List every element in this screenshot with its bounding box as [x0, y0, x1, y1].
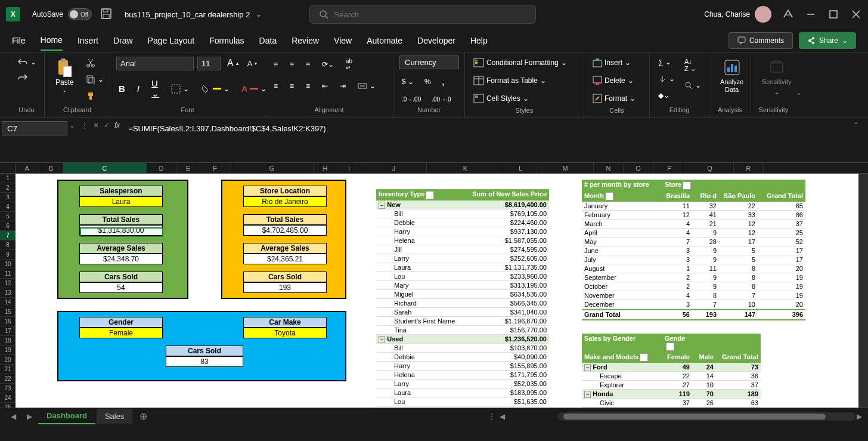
save-icon[interactable]: [101, 8, 113, 20]
row-header-9[interactable]: 9: [0, 250, 16, 260]
column-header-N[interactable]: N: [594, 163, 624, 173]
column-header-J[interactable]: J: [361, 163, 427, 173]
orientation-button[interactable]: ⟳⌄: [320, 55, 336, 73]
pivot2-row[interactable]: October29819: [582, 282, 805, 291]
paste-button[interactable]: Paste⌄: [51, 55, 79, 95]
column-header-Q[interactable]: Q: [686, 163, 734, 173]
row-header-18[interactable]: 18: [0, 336, 16, 346]
pivot2-h1[interactable]: Month▾: [582, 191, 662, 202]
row-header-24[interactable]: 24: [0, 393, 16, 403]
clear-button[interactable]: ◆⌄: [656, 89, 677, 102]
row-header-8[interactable]: 8: [0, 240, 16, 250]
decrease-decimal-button[interactable]: .00→.0: [429, 94, 453, 105]
column-header-L[interactable]: L: [504, 163, 537, 173]
dropdown-icon[interactable]: ▾: [666, 343, 674, 351]
chevron-down-icon[interactable]: ⌄: [256, 10, 262, 18]
pivot1-row[interactable]: Bill$103,870.00: [376, 344, 549, 353]
row-header-17[interactable]: 17: [0, 326, 16, 336]
row-header-6[interactable]: 6: [0, 221, 16, 231]
italic-button[interactable]: I: [135, 81, 142, 96]
merge-button[interactable]: ⌄: [355, 79, 378, 92]
mode-icon[interactable]: [782, 8, 794, 20]
pivot2-row[interactable]: June39517: [582, 246, 805, 255]
row-header-22[interactable]: 22: [0, 374, 16, 384]
pivot2-store[interactable]: Store▾: [662, 180, 695, 191]
pivot1-h1[interactable]: Inventory Type▾: [376, 189, 460, 201]
pivot1-row[interactable]: Laura$183,095.00: [376, 388, 549, 397]
column-header-P[interactable]: P: [653, 163, 686, 173]
share-button[interactable]: Share ⌄: [799, 32, 856, 49]
align-bottom-button[interactable]: ≡: [303, 55, 312, 73]
row-header-13[interactable]: 13: [0, 288, 16, 298]
column-header-G[interactable]: G: [230, 163, 314, 173]
fx-icon[interactable]: fx: [114, 121, 120, 129]
font-size-select[interactable]: [197, 57, 221, 70]
pivot1-row[interactable]: Larry$52,035.00: [376, 380, 549, 388]
horizontal-scrollbar[interactable]: [557, 412, 855, 421]
menu-insert[interactable]: Insert: [78, 31, 98, 50]
menu-file[interactable]: File: [12, 31, 26, 50]
row-header-12[interactable]: 12: [0, 279, 16, 288]
menu-draw[interactable]: Draw: [113, 31, 133, 50]
vertical-scrollbar[interactable]: [858, 174, 868, 408]
column-header-M[interactable]: M: [537, 163, 594, 173]
menu-page-layout[interactable]: Page Layout: [148, 31, 195, 50]
pivot2-row[interactable]: February12413386: [582, 211, 805, 220]
row-header-23[interactable]: 23: [0, 384, 16, 393]
user-info[interactable]: Chua, Charise: [704, 6, 771, 23]
pivot3-row[interactable]: −Honda11970189: [582, 390, 761, 399]
menu-formulas[interactable]: Formulas: [209, 31, 244, 50]
undo-button[interactable]: ⌄: [15, 55, 39, 69]
sheet-tab-sales[interactable]: Sales: [97, 409, 133, 424]
search-input[interactable]: [334, 10, 526, 19]
decrease-font-button[interactable]: A▾: [245, 57, 260, 70]
column-header-C[interactable]: C: [63, 163, 147, 173]
expand-formula-icon[interactable]: ⌃: [853, 121, 859, 129]
increase-font-button[interactable]: A▴: [225, 55, 241, 71]
pivot3-gender[interactable]: Gende▾: [662, 334, 695, 352]
pivot1-row[interactable]: Lou$233,960.00: [376, 272, 549, 281]
number-format-select[interactable]: [399, 55, 459, 69]
collapse-ribbon-icon[interactable]: ⌄: [796, 88, 802, 97]
analyze-data-button[interactable]: Analyze Data: [715, 55, 748, 97]
menu-review[interactable]: Review: [292, 31, 319, 50]
pivot1-row[interactable]: Richard$566,345.00: [376, 299, 549, 308]
row-header-10[interactable]: 10: [0, 260, 16, 269]
maximize-icon[interactable]: [827, 8, 839, 20]
autosave-toggle[interactable]: AutoSave Off: [32, 8, 92, 20]
pivot1-row[interactable]: Mary$313,195.00: [376, 281, 549, 290]
enter-formula-icon[interactable]: ✓: [104, 121, 110, 129]
pivot2-row[interactable]: November48719: [582, 291, 805, 300]
redo-button[interactable]: [15, 71, 39, 84]
pivot2-row[interactable]: December371020: [582, 300, 805, 309]
column-header-F[interactable]: F: [200, 163, 230, 173]
cut-button[interactable]: [83, 55, 106, 70]
pivot1-row[interactable]: Helena$1,587,055.00: [376, 236, 549, 245]
comma-button[interactable]: ,: [439, 73, 447, 90]
align-top-button[interactable]: ≡: [271, 55, 280, 73]
pivot1-row[interactable]: Student's First Name$1,196,870.00: [376, 317, 549, 326]
hscroll-right-icon[interactable]: ▶: [857, 412, 862, 421]
row-header-1[interactable]: 1: [0, 174, 16, 183]
insert-cells-button[interactable]: Insert ⌄: [590, 55, 638, 70]
borders-button[interactable]: ⌄: [169, 82, 191, 96]
bold-button[interactable]: B: [116, 81, 128, 96]
column-header-R[interactable]: R: [734, 163, 764, 173]
select-all-corner[interactable]: [0, 163, 16, 173]
menu-help[interactable]: Help: [470, 31, 488, 50]
menu-automate[interactable]: Automate: [367, 31, 402, 50]
tab-prev-icon[interactable]: ◀: [6, 412, 21, 421]
row-header-16[interactable]: 16: [0, 317, 16, 326]
pivot1-row[interactable]: Miguel$634,535.00: [376, 290, 549, 299]
formula-input[interactable]: [126, 121, 603, 135]
align-left-button[interactable]: ≡: [271, 79, 280, 92]
pivot2-row[interactable]: March4211237: [582, 220, 805, 229]
menu-data[interactable]: Data: [259, 31, 277, 50]
sum-button[interactable]: ∑ ⌄: [656, 55, 677, 69]
pivot1-row[interactable]: Harry$937,130.00: [376, 227, 549, 236]
dropdown-icon[interactable]: ▾: [640, 353, 648, 362]
column-header-H[interactable]: H: [314, 163, 337, 173]
pivot1-row[interactable]: Jill$274,595.00: [376, 245, 549, 254]
increase-decimal-button[interactable]: .0→.00: [399, 94, 423, 105]
row-header-19[interactable]: 19: [0, 346, 16, 355]
